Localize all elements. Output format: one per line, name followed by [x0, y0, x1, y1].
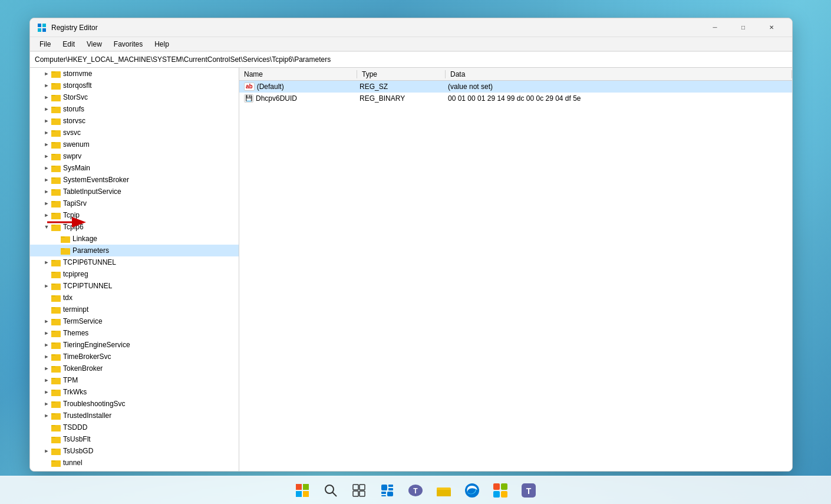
tree-item-storvsc[interactable]: ► storvsc	[30, 115, 239, 127]
tree-toggle[interactable]: ►	[42, 342, 51, 348]
svg-rect-81	[51, 367, 61, 373]
tree-item-storufs[interactable]: ► storufs	[30, 103, 239, 115]
start-button[interactable]	[289, 477, 315, 503]
tree-item-trustedinstaller[interactable]: ► TrustedInstaller	[30, 410, 239, 421]
tree-item-sysmain[interactable]: ► SysMain	[30, 162, 239, 174]
file-explorer-button[interactable]	[431, 477, 457, 503]
svg-line-119	[332, 492, 337, 496]
tree-toggle[interactable]: ▼	[42, 224, 51, 230]
tree-item-label: TokenBroker	[63, 364, 103, 373]
address-bar[interactable]: Computer\HKEY_LOCAL_MACHINE\SYSTEM\Curre…	[30, 51, 792, 68]
tree-item-label: TCPIP6TUNNEL	[63, 258, 116, 266]
tree-toggle[interactable]: ►	[42, 413, 51, 419]
tree-item-tzautoupdate[interactable]: ► tzautoupdate	[30, 469, 239, 471]
tree-item-themes[interactable]: ► Themes	[30, 327, 239, 339]
registry-value-row[interactable]: 💾Dhcpv6DUIDREG_BINARY00 01 00 01 29 14 9…	[239, 93, 792, 104]
tree-toggle[interactable]: ►	[42, 318, 51, 324]
tree-item-tcpip6tunnel[interactable]: ► TCPIP6TUNNEL	[30, 256, 239, 268]
tree-toggle[interactable]: ►	[42, 365, 51, 371]
tree-item-tsusbgd[interactable]: ► TsUsbGD	[30, 445, 239, 457]
tree-item-tpm[interactable]: ► TPM	[30, 374, 239, 386]
tree-item-tapisrv[interactable]: ► TapiSrv	[30, 197, 239, 209]
tree-toggle[interactable]: ►	[42, 83, 51, 88]
tree-item-termservice[interactable]: ► TermService	[30, 315, 239, 327]
tree-toggle[interactable]: ►	[42, 389, 51, 395]
search-taskbar-button[interactable]	[318, 477, 344, 503]
tree-toggle[interactable]: ►	[42, 130, 51, 136]
menu-edit[interactable]: Edit	[58, 39, 80, 50]
registry-value-row[interactable]: ab(Default)REG_SZ(value not set)	[239, 81, 792, 93]
menu-file[interactable]: File	[35, 39, 55, 50]
tree-toggle[interactable]: ►	[42, 377, 51, 383]
tree-toggle[interactable]: ►	[42, 200, 51, 206]
chat-button[interactable]: T	[403, 477, 428, 503]
svg-rect-21	[51, 131, 61, 137]
tree-toggle[interactable]: ►	[42, 118, 51, 124]
tree-item-tsddd[interactable]: TSDDD	[30, 421, 239, 433]
taskbar: T T	[0, 476, 831, 504]
tree-item-tieringengineservice[interactable]: ► TieringEngineService	[30, 339, 239, 351]
tree-item-swenum[interactable]: ► swenum	[30, 139, 239, 150]
close-button[interactable]: ✕	[758, 18, 785, 37]
tree-item-tcpiptunnel[interactable]: ► TCPIPTUNNEL	[30, 280, 239, 292]
tree-item-storsvc[interactable]: ► StorSvc	[30, 91, 239, 103]
tree-item-storqosflt[interactable]: ► storqosflt	[30, 80, 239, 91]
tree-item-trkwks[interactable]: ► TrkWks	[30, 386, 239, 398]
tree-item-tdx[interactable]: tdx	[30, 292, 239, 304]
edge-button[interactable]	[459, 477, 485, 503]
tree-toggle[interactable]: ►	[42, 354, 51, 360]
tree-toggle	[42, 295, 51, 301]
teams-button[interactable]: T	[516, 477, 542, 503]
tree-item-tcpip6[interactable]: ▼ Tcpip6	[30, 221, 239, 233]
tree-toggle[interactable]: ►	[42, 165, 51, 171]
column-headers: Name Type Data	[239, 68, 792, 81]
tree-toggle[interactable]: ►	[42, 330, 51, 336]
tree-toggle[interactable]: ►	[42, 177, 51, 183]
tree-toggle[interactable]: ►	[42, 94, 51, 100]
svg-rect-136	[501, 483, 507, 490]
tree-toggle[interactable]: ►	[42, 189, 51, 195]
svg-rect-115	[303, 484, 309, 490]
tree-item-parameters[interactable]: Parameters	[30, 245, 239, 256]
folder-icon	[51, 176, 63, 185]
minimize-button[interactable]: ─	[701, 18, 728, 37]
tree-toggle[interactable]: ►	[42, 153, 51, 159]
svg-rect-117	[303, 491, 309, 497]
tree-item-troubleshootingsvc[interactable]: ► TroubleshootingSvc	[30, 398, 239, 410]
menu-view[interactable]: View	[82, 39, 107, 50]
tree-item-terminpt[interactable]: terminpt	[30, 304, 239, 315]
tree-item-tunnel[interactable]: tunnel	[30, 457, 239, 469]
task-view-button[interactable]	[346, 477, 372, 503]
store-button[interactable]	[487, 477, 513, 503]
tree-toggle[interactable]: ►	[42, 141, 51, 147]
menu-favorites[interactable]: Favorites	[109, 39, 147, 50]
tree-item-label: storufs	[63, 105, 84, 113]
tree-item-label: Parameters	[72, 246, 109, 255]
folder-icon	[51, 129, 63, 137]
folder-icon	[51, 223, 63, 232]
tree-item-tcpipreg[interactable]: tcpipreg	[30, 268, 239, 280]
tree-toggle[interactable]: ►	[42, 401, 51, 407]
maximize-button[interactable]: □	[730, 18, 757, 37]
tree-item-timebrokersvc[interactable]: ► TimeBrokerSvc	[30, 351, 239, 363]
menu-help[interactable]: Help	[150, 39, 174, 50]
widgets-button[interactable]	[374, 477, 400, 503]
tree-toggle[interactable]: ►	[42, 106, 51, 112]
tree-item-swprv[interactable]: ► swprv	[30, 150, 239, 162]
tree-item-linkage[interactable]: Linkage	[30, 233, 239, 245]
tree-item-tabletinputservice[interactable]: ► TabletInputService	[30, 186, 239, 197]
tree-toggle[interactable]: ►	[42, 212, 51, 218]
tree-item-tokenbroker[interactable]: ► TokenBroker	[30, 363, 239, 374]
tree-toggle[interactable]: ►	[42, 71, 51, 77]
tree-toggle[interactable]: ►	[42, 448, 51, 454]
reg-value-name-text: (Default)	[257, 83, 284, 91]
tree-item-svsvc[interactable]: ► svsvc	[30, 127, 239, 139]
tree-item-stornvme[interactable]: ► stornvme	[30, 68, 239, 80]
tree-panel[interactable]: ► stornvme► storqosflt► StorSvc► storufs…	[30, 68, 239, 471]
tree-item-tcpip[interactable]: ► Tcpip	[30, 209, 239, 221]
tree-toggle[interactable]: ►	[42, 259, 51, 265]
folder-icon	[51, 270, 63, 279]
tree-item-tsusbflt[interactable]: TsUsbFlt	[30, 433, 239, 445]
tree-item-systemeventsbroker[interactable]: ► SystemEventsBroker	[30, 174, 239, 186]
tree-toggle[interactable]: ►	[42, 283, 51, 289]
